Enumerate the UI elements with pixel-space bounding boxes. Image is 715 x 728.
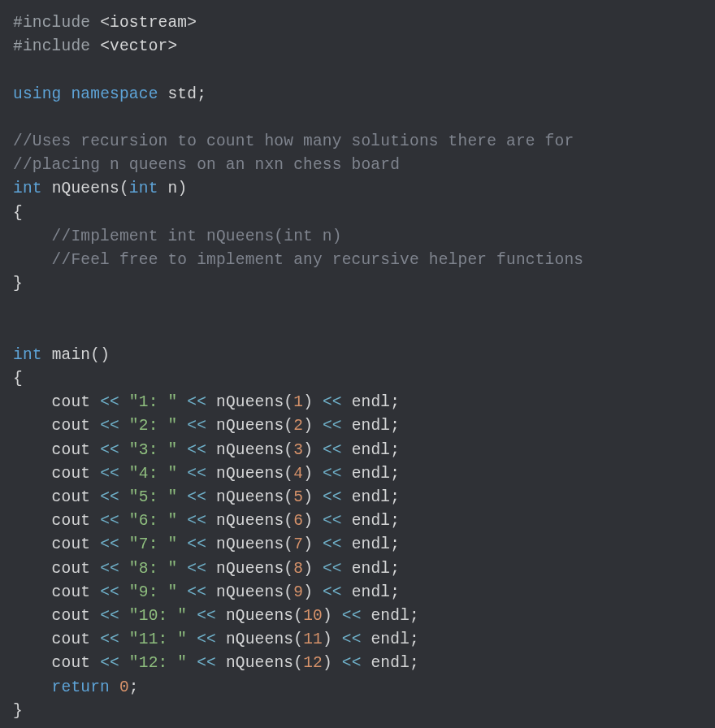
operator-insert: << bbox=[187, 417, 206, 435]
punct-rparen: ) bbox=[303, 417, 313, 435]
call-nqueens: nQueens bbox=[226, 607, 293, 625]
operator-insert: << bbox=[323, 583, 342, 601]
keyword-using: using bbox=[13, 85, 62, 103]
numeric-literal: 3 bbox=[293, 441, 303, 459]
numeric-literal: 5 bbox=[293, 488, 303, 506]
call-nqueens: nQueens bbox=[216, 417, 284, 435]
identifier-endl: endl bbox=[352, 535, 391, 553]
punct-semicolon: ; bbox=[390, 393, 400, 411]
punct-semicolon: ; bbox=[390, 535, 400, 553]
numeric-literal: 10 bbox=[303, 607, 323, 625]
operator-insert: << bbox=[100, 393, 119, 411]
operator-insert: << bbox=[187, 488, 206, 506]
identifier-endl: endl bbox=[370, 654, 410, 672]
operator-insert: << bbox=[323, 393, 342, 411]
string-literal: "8: " bbox=[129, 560, 178, 578]
operator-insert: << bbox=[187, 512, 206, 530]
punct-lparen: ( bbox=[119, 180, 129, 197]
call-nqueens: nQueens bbox=[216, 560, 284, 578]
operator-insert: << bbox=[323, 441, 342, 459]
punct-rparen: ) bbox=[303, 393, 313, 411]
operator-insert: << bbox=[100, 654, 119, 672]
punct-semicolon: ; bbox=[129, 678, 139, 696]
function-nqueens: nQueens bbox=[52, 180, 119, 197]
identifier-cout: cout bbox=[52, 654, 91, 672]
punct-lparen: ( bbox=[284, 465, 293, 483]
identifier-cout: cout bbox=[52, 560, 91, 578]
identifier-endl: endl bbox=[352, 583, 391, 601]
operator-insert: << bbox=[197, 654, 216, 672]
operator-insert: << bbox=[100, 535, 119, 553]
operator-insert: << bbox=[187, 583, 206, 601]
identifier-n: n bbox=[167, 180, 177, 197]
call-nqueens: nQueens bbox=[216, 535, 284, 553]
punct-lparen: ( bbox=[293, 654, 303, 672]
punct-rparen: ) bbox=[303, 465, 313, 483]
punct-lparen: ( bbox=[293, 607, 303, 625]
identifier-cout: cout bbox=[52, 607, 91, 625]
numeric-literal: 7 bbox=[293, 535, 303, 553]
identifier-endl: endl bbox=[352, 465, 391, 483]
punct-rparen: ) bbox=[323, 654, 332, 672]
call-nqueens: nQueens bbox=[216, 488, 284, 506]
identifier-endl: endl bbox=[352, 560, 391, 578]
punct-semicolon: ; bbox=[410, 607, 419, 625]
keyword-namespace: namespace bbox=[71, 85, 158, 103]
identifier-cout: cout bbox=[52, 417, 91, 435]
punct-rparen: ) bbox=[177, 180, 187, 197]
identifier-cout: cout bbox=[52, 630, 91, 648]
punct-semicolon: ; bbox=[410, 654, 419, 672]
identifier-cout: cout bbox=[52, 441, 91, 459]
operator-insert: << bbox=[187, 393, 206, 411]
operator-insert: << bbox=[187, 465, 206, 483]
numeric-literal: 2 bbox=[293, 417, 303, 435]
include-header: <vector> bbox=[100, 37, 177, 55]
punct-rparen: ) bbox=[303, 441, 313, 459]
punct-semicolon: ; bbox=[410, 630, 419, 648]
operator-insert: << bbox=[100, 630, 119, 648]
operator-insert: << bbox=[197, 630, 216, 648]
literal-zero: 0 bbox=[119, 678, 129, 696]
string-literal: "7: " bbox=[129, 535, 178, 553]
keyword-return: return bbox=[52, 678, 110, 696]
string-literal: "6: " bbox=[129, 512, 178, 530]
preprocessor-directive: #include bbox=[13, 14, 90, 32]
operator-insert: << bbox=[323, 488, 342, 506]
keyword-int: int bbox=[13, 180, 42, 197]
numeric-literal: 12 bbox=[303, 654, 323, 672]
punct-lparen: ( bbox=[284, 441, 293, 459]
operator-insert: << bbox=[100, 417, 119, 435]
numeric-literal: 4 bbox=[293, 465, 303, 483]
string-literal: "2: " bbox=[129, 417, 178, 435]
string-literal: "3: " bbox=[129, 441, 178, 459]
identifier-cout: cout bbox=[52, 512, 91, 530]
numeric-literal: 9 bbox=[293, 583, 303, 601]
operator-insert: << bbox=[342, 654, 362, 672]
punct-rparen: ) bbox=[303, 535, 313, 553]
string-literal: "11: " bbox=[129, 630, 187, 648]
operator-insert: << bbox=[100, 441, 119, 459]
identifier-endl: endl bbox=[352, 441, 391, 459]
string-literal: "9: " bbox=[129, 583, 178, 601]
keyword-int: int bbox=[129, 180, 158, 197]
operator-insert: << bbox=[323, 417, 342, 435]
identifier-cout: cout bbox=[52, 393, 91, 411]
operator-insert: << bbox=[323, 512, 342, 530]
operator-insert: << bbox=[323, 465, 342, 483]
punct-lparen: ( bbox=[284, 535, 293, 553]
operator-insert: << bbox=[100, 465, 119, 483]
punct-lbrace: { bbox=[13, 204, 23, 222]
punct-rparen: ) bbox=[323, 607, 332, 625]
call-nqueens: nQueens bbox=[226, 654, 293, 672]
punct-rparen: ) bbox=[303, 560, 313, 578]
operator-insert: << bbox=[342, 607, 362, 625]
punct-semicolon: ; bbox=[197, 85, 206, 103]
identifier-std: std bbox=[167, 85, 197, 103]
call-nqueens: nQueens bbox=[216, 583, 284, 601]
identifier-cout: cout bbox=[52, 535, 91, 553]
operator-insert: << bbox=[342, 630, 362, 648]
operator-insert: << bbox=[187, 560, 206, 578]
keyword-int: int bbox=[13, 346, 42, 364]
identifier-cout: cout bbox=[52, 465, 91, 483]
include-header: <iostream> bbox=[100, 14, 197, 32]
